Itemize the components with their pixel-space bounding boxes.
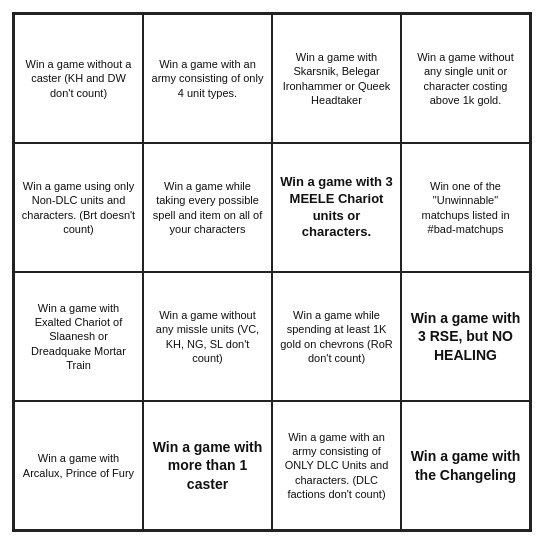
cell-c3: Win a game with Skarsnik, Belegar Ironha… — [272, 14, 401, 143]
cell-c13: Win a game with Arcalux, Prince of Fury — [14, 401, 143, 530]
cell-c12: Win a game with 3 RSE, but NO HEALING — [401, 272, 530, 401]
cell-c15: Win a game with an army consisting of ON… — [272, 401, 401, 530]
cell-c1: Win a game without a caster (KH and DW d… — [14, 14, 143, 143]
bingo-board: Win a game without a caster (KH and DW d… — [12, 12, 532, 532]
cell-c5: Win a game using only Non-DLC units and … — [14, 143, 143, 272]
cell-c14: Win a game with more than 1 caster — [143, 401, 272, 530]
cell-c10: Win a game without any missle units (VC,… — [143, 272, 272, 401]
cell-c11: Win a game while spending at least 1K go… — [272, 272, 401, 401]
cell-c2: Win a game with an army consisting of on… — [143, 14, 272, 143]
cell-c8: Win one of the "Unwinnable" matchups lis… — [401, 143, 530, 272]
cell-c7: Win a game with 3 MEELE Chariot units or… — [272, 143, 401, 272]
cell-c4: Win a game without any single unit or ch… — [401, 14, 530, 143]
cell-c16: Win a game with the Changeling — [401, 401, 530, 530]
cell-c6: Win a game while taking every possible s… — [143, 143, 272, 272]
cell-c9: Win a game with Exalted Chariot of Slaan… — [14, 272, 143, 401]
